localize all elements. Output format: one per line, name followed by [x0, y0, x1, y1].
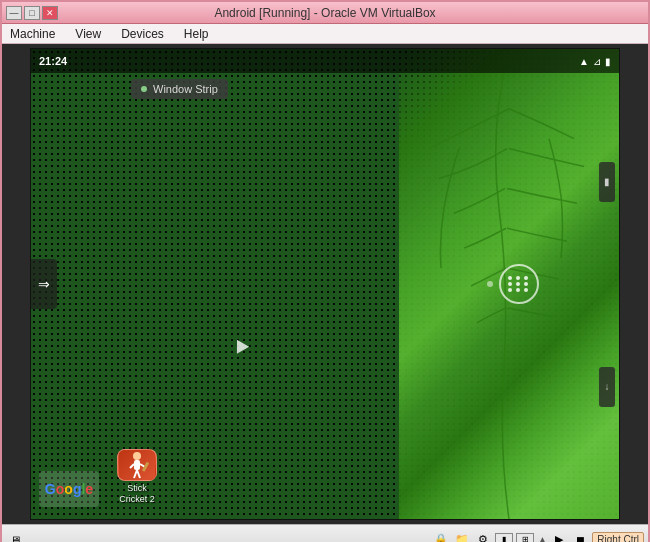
menu-bar: Machine View Devices Help: [2, 24, 648, 44]
window-strip-popup: Window Strip: [131, 79, 228, 99]
app-icon-inner: [119, 449, 155, 481]
taskbar-icon-4[interactable]: ▶: [550, 531, 568, 543]
page-dot-indicator: [487, 281, 493, 287]
android-screen[interactable]: 21:24 ▲ ⊿ ▮ Window Strip ⇒ ▮: [30, 48, 620, 520]
stick-cricket-app-icon[interactable]: Stick Cricket 2: [113, 449, 161, 505]
dots-grid: [508, 276, 530, 292]
taskbar-icon-1[interactable]: 🔒: [432, 531, 450, 543]
taskbar-icon-2[interactable]: 📁: [453, 531, 471, 543]
menu-devices[interactable]: Devices: [117, 26, 168, 42]
right-ctrl-label: Right Ctrl: [592, 532, 644, 542]
window-strip-dot: [141, 86, 147, 92]
taskbar-expand-arrow[interactable]: ▲: [537, 534, 547, 542]
window-title: Android [Running] - Oracle VM VirtualBox: [66, 6, 584, 20]
google-search-widget[interactable]: Google: [39, 471, 99, 507]
menu-help[interactable]: Help: [180, 26, 213, 42]
close-button[interactable]: ✕: [42, 6, 58, 20]
volume-up-button[interactable]: ▮: [599, 162, 615, 202]
svg-line-4: [130, 464, 134, 468]
status-bar: 21:24 ▲ ⊿ ▮: [31, 49, 619, 73]
taskbar-screen-icon[interactable]: ▮: [495, 533, 513, 543]
minimize-button[interactable]: —: [6, 6, 22, 20]
app-icon-image: [117, 449, 157, 481]
taskbar-icon-5[interactable]: ⏹: [571, 531, 589, 543]
app-icon-label: Stick Cricket 2: [113, 483, 161, 505]
content-area: 21:24 ▲ ⊿ ▮ Window Strip ⇒ ▮: [2, 44, 648, 524]
maximize-button[interactable]: □: [24, 6, 40, 20]
wifi-icon: ▲: [579, 56, 589, 67]
svg-rect-1: [134, 460, 140, 470]
left-arrow-button[interactable]: ⇒: [31, 259, 57, 309]
window-strip-label: Window Strip: [153, 83, 218, 95]
title-bar: — □ ✕ Android [Running] - Oracle VM Virt…: [2, 2, 648, 24]
taskbar: 🖥 🔒 📁 ⚙ ▮ ⊞ ▲ ▶ ⏹ Right Ctrl: [2, 524, 648, 542]
taskbar-icon-3[interactable]: ⚙: [474, 531, 492, 543]
taskbar-network-icon[interactable]: 🖥: [6, 531, 24, 543]
volume-down-button[interactable]: ↓: [599, 367, 615, 407]
svg-point-0: [133, 452, 141, 460]
app-drawer-button[interactable]: [499, 264, 539, 304]
virtualbox-window: — □ ✕ Android [Running] - Oracle VM Virt…: [0, 0, 650, 542]
google-label: Google: [45, 481, 93, 497]
status-time: 21:24: [39, 55, 67, 67]
menu-view[interactable]: View: [71, 26, 105, 42]
taskbar-system-icons: 🔒 📁 ⚙ ▮ ⊞ ▲ ▶ ⏹ Right Ctrl: [432, 531, 644, 543]
svg-line-3: [137, 470, 140, 478]
taskbar-monitor-icon[interactable]: ⊞: [516, 533, 534, 543]
right-side-buttons: ▮ ↓: [595, 49, 619, 519]
menu-machine[interactable]: Machine: [6, 26, 59, 42]
